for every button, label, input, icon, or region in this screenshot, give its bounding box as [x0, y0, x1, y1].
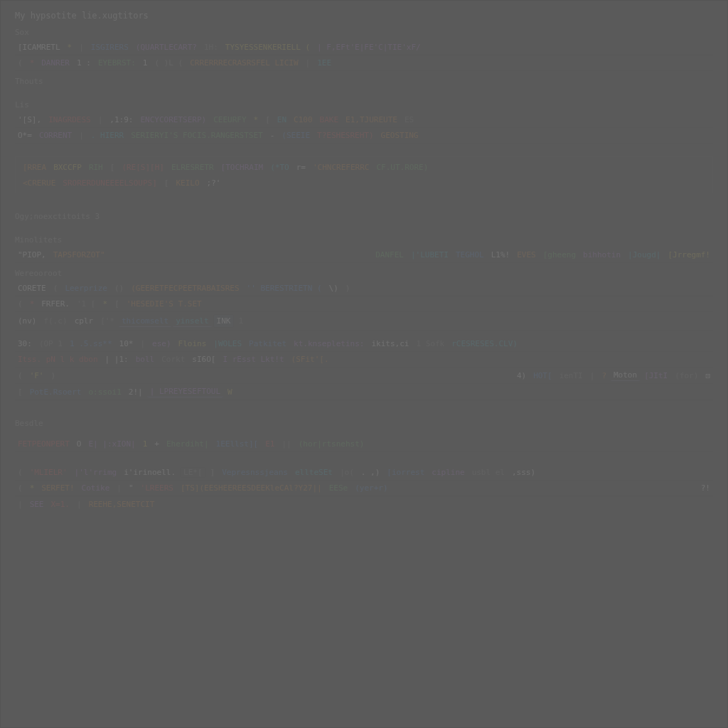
code-token: E1: [262, 439, 277, 449]
code-line[interactable]: '[S],INAGRDESS|,1:9:ENCYCORETSERP)CEEURF…: [15, 112, 713, 128]
code-token: |'l'rrimg: [72, 467, 120, 478]
code-line[interactable]: [RREABXCCFPRIH[(RE[S][H]ELRESRETR[TOCHRA…: [20, 159, 708, 175]
code-token: 1EE: [314, 58, 334, 68]
code-token: <CRERUE: [20, 178, 58, 188]
code-line[interactable]: |SEEX=1.|REEHE,SENETCIT: [15, 496, 713, 512]
code-token: CEEURFY: [210, 114, 249, 125]
code-token: usbl el: [469, 467, 508, 478]
code-line[interactable]: ('F')4)HOT[ienTI|?Moton[JItI(for)⊡: [15, 368, 713, 384]
code-token: "PIOP,: [15, 250, 49, 260]
code-block-more[interactable]: (*FRFER.'1 [*['HESEDIE'S T.SET (nv)f(.c)…: [15, 296, 713, 331]
code-block-mid[interactable]: 30:(OP 11 .5.ss**10*|ese)Floins|WOLESPat…: [15, 336, 713, 400]
section-ognexctions: Ogy;noexctitoits 3: [15, 212, 713, 221]
code-token: *: [27, 58, 38, 68]
section-mnoilets: Minolitets: [15, 235, 713, 245]
code-token: 1 Sofk: [413, 338, 447, 349]
code-token: SERFET!: [38, 483, 77, 493]
code-token: RIH: [86, 162, 106, 173]
code-token: [TS](EESHEEREESDEEKleCAl?Y27||: [178, 483, 325, 493]
code-line[interactable]: FETPEONPERTOE| |:xION|1+Eherdiht|1EEllst…: [15, 437, 713, 452]
code-token: cipline: [429, 467, 467, 478]
code-token: REEHE,SENETCIT: [86, 499, 158, 510]
code-token: thicomselt: [119, 316, 171, 327]
code-token: [gheeng: [540, 250, 579, 260]
code-line[interactable]: Itss. pN l k dbon| |1:bollCorktsI6O[I rE…: [15, 352, 713, 368]
code-line[interactable]: CORETE(Leerprize()(GEERETFECPEETRABAISRE…: [15, 281, 713, 296]
code-token: ienTI: [557, 370, 586, 381]
code-token: *: [65, 42, 75, 53]
code-token: EESe: [326, 483, 351, 493]
code-token: (: [15, 299, 26, 309]
code-token: SEE: [27, 499, 47, 510]
code-token: yinselt: [173, 316, 211, 327]
code-line[interactable]: (nv)f(.c)cplr['*thicomseltyinseltINK1: [15, 312, 713, 331]
code-token: O: [74, 439, 85, 449]
code-token: 1: [140, 58, 151, 68]
code-token: ?!: [698, 483, 713, 493]
code-token: [RREA: [20, 162, 49, 173]
code-token: [: [107, 162, 118, 173]
code-token: ELRESRETR: [168, 162, 217, 173]
section-besdle: Besdle: [15, 419, 713, 428]
code-block-mnoilets[interactable]: "PIOP,TAPSFORZOT"DANFEL|'LUBETITEGHOLL1%…: [15, 247, 713, 263]
code-line[interactable]: <CRERUESRORERDUNEEEELSOUPS][KEILO;?': [20, 175, 708, 191]
glyph-icon: ⊡: [702, 370, 713, 381]
code-token: CF.UT.RORE): [373, 162, 431, 173]
code-token: BXCCFP: [50, 162, 85, 173]
code-line[interactable]: ('MLIELR'|'l'rrimgi'irinoell.LE*[]Vepres…: [15, 465, 713, 481]
code-line[interactable]: (*FRFER.'1 [*['HESEDIE'S T.SET: [15, 296, 713, 312]
highlighted-block[interactable]: [RREABXCCFPRIH[(RE[S][H]ELRESRETR[TOCHRA…: [15, 156, 713, 193]
code-line[interactable]: "PIOP,TAPSFORZOT"DANFEL|'LUBETITEGHOLL1%…: [15, 247, 713, 263]
code-line[interactable]: 30:(OP 11 .5.ss**10*|ese)Floins|WOLESPat…: [15, 336, 713, 352]
code-token: Moton: [611, 370, 640, 381]
code-token: 1H:: [201, 42, 221, 53]
code-token: TEGHOL: [453, 250, 487, 260]
code-block-lis[interactable]: '[S],INAGRDESS|,1:9:ENCYCORETSERP)CEEURF…: [15, 112, 713, 144]
code-token: ellteSEt: [292, 467, 336, 478]
code-token: (OP 1: [36, 338, 65, 349]
code-line[interactable]: O*=CORRENT|. HIERRSERIERYI'S FOCIS.RANGE…: [15, 128, 713, 144]
code-token: 1: [235, 316, 246, 326]
code-token: [: [262, 114, 273, 125]
code-token: r=: [294, 162, 309, 173]
code-token: o:ssoi1: [85, 387, 124, 397]
code-token: |: [587, 370, 598, 381]
code-token: +: [151, 439, 162, 449]
code-token: (: [15, 483, 26, 493]
code-line[interactable]: (*SERFET!Cotike|"'LREERS[TS](EESHEEREESD…: [15, 481, 713, 496]
code-token: Floins: [176, 338, 210, 349]
code-line[interactable]: [PotE.Rsoerto:ssoi12!|| LPREYESEFTOULW: [15, 384, 713, 400]
code-token: [ICAMRETL: [15, 42, 63, 53]
code-token: I rEsst Lkt!t: [220, 354, 287, 365]
code-token: ]: [208, 467, 218, 478]
code-token: |: [303, 58, 314, 68]
editor-frame: My hypsotite lie.xugtitors Sox [ICAMRETL…: [0, 0, 728, 728]
code-token: (RE[S][H]: [119, 162, 167, 173]
code-token: Vepresnssjeans: [219, 467, 291, 478]
code-token: ['*: [97, 316, 117, 326]
code-token: Patkitet: [246, 338, 289, 349]
code-block-sox[interactable]: [ICAMRETL*|ISGIRERS(QUARTLECART?1H:TYSYE…: [15, 40, 713, 71]
code-token: rCESRESES.CLV): [449, 338, 520, 349]
code-token: 30:: [15, 338, 35, 349]
code-token: BAKE: [317, 114, 342, 125]
code-token: 'MLIELR': [27, 467, 70, 478]
code-token: 1: [140, 439, 151, 449]
code-block-bottom[interactable]: ('MLIELR'|'l'rrimgi'irinoell.LE*[]Vepres…: [15, 465, 713, 512]
code-token: |: [95, 114, 106, 125]
code-token: 'F': [27, 370, 47, 381]
code-token: CRRERRRECRASRSFEL LICIW: [187, 58, 301, 68]
code-token: |WOLES: [210, 338, 245, 349]
code-token: |: [137, 338, 148, 349]
code-token: EN: [274, 114, 289, 125]
code-token: ISGIRERS: [88, 42, 132, 53]
code-line[interactable]: [ICAMRETL*|ISGIRERS(QUARTLECART?1H:TYSYE…: [15, 40, 713, 55]
code-token: f(.c): [41, 316, 70, 326]
code-token: i'irinoell.: [121, 467, 178, 478]
code-token: LE*[: [180, 467, 206, 478]
code-token: (: [15, 370, 26, 381]
code-token: 'LREERS: [138, 483, 176, 493]
code-line[interactable]: (*DANRER1 :EYEBRST:1( )L (CRRERRRECRASRS…: [15, 55, 713, 71]
code-token: ( )L (: [151, 58, 186, 68]
code-token: |o(: [337, 467, 357, 478]
